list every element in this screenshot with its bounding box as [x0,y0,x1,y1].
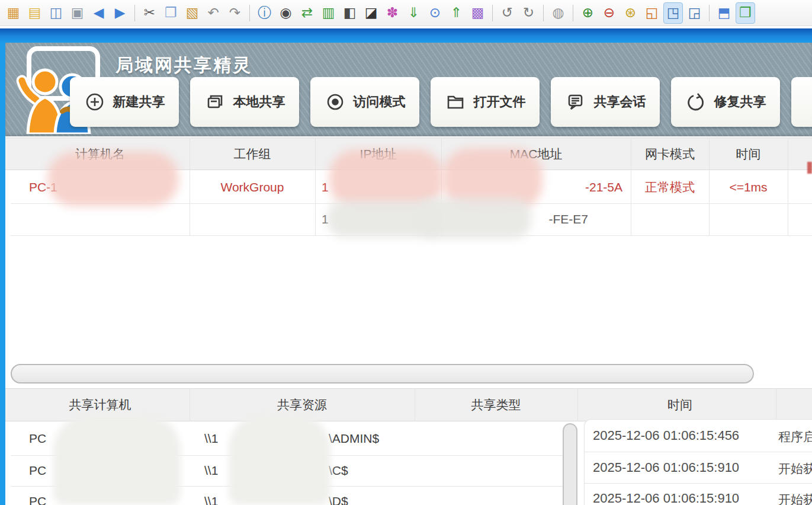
open-file-button[interactable]: 打开文件 [431,77,540,127]
repair-share-button[interactable]: 修复共享 [671,77,780,127]
column-divider [315,138,316,235]
toolbar-separator [573,5,573,21]
redo-icon[interactable]: ↷ [225,2,245,24]
horizontal-scrollbar[interactable] [11,364,754,383]
browser-icon[interactable]: ▦ [4,2,23,24]
zoom-out-icon[interactable]: ⊖ [599,2,619,24]
export-icon[interactable]: ⇓ [404,2,423,24]
info-icon[interactable]: ⓘ [255,2,274,24]
share-path-prefix: \\1 [204,486,218,505]
fit-window-icon[interactable]: ◳ [663,2,683,24]
eye-icon [325,91,346,113]
col-share-type[interactable]: 共享类型 [415,389,577,421]
button-label: 打开文件 [474,93,526,111]
button-label: 共享会话 [594,93,646,111]
col-log-time[interactable]: 时间 [584,389,776,421]
button-label: 修复共享 [714,93,766,111]
col-share-resource[interactable]: 共享资源 [190,389,415,421]
slideshow-icon[interactable]: ❒ [736,2,755,24]
row-divider [11,235,812,236]
share-path-prefix: \\1 [204,455,218,486]
device-ping-time: <=1ms [709,171,788,203]
plus-circle-icon [84,91,105,113]
col-nic-mode[interactable]: 网卡模式 [631,138,709,170]
cut-icon[interactable]: ✂ [140,2,159,24]
app-window-border [0,43,5,505]
col-ip[interactable]: IP地址 [315,138,441,170]
rotate-left-icon[interactable]: ↺ [498,2,517,24]
column-divider [415,388,415,421]
zoom-custom-icon[interactable]: ⊛ [621,2,640,24]
log-message: 开始获 [778,491,812,505]
col-share-computer[interactable]: 共享计算机 [11,389,190,421]
paste-icon[interactable]: ▧ [182,2,202,24]
col-computer-name[interactable]: 计算机名 [11,138,190,170]
save-icon[interactable]: ◫ [46,2,66,24]
log-message: 开始获 [778,461,812,477]
share-path-prefix: \\1 [204,421,218,455]
stack-icon [204,91,226,113]
copy-icon[interactable]: ❐ [161,2,181,24]
local-share-button[interactable]: 本地共享 [190,77,299,127]
log-timestamp: 2025-12-06 01:06:15:910 [593,460,739,475]
share-session-button[interactable]: 共享会话 [551,77,660,127]
row-divider [584,483,812,484]
open-folder-icon[interactable]: ▤ [25,2,44,24]
column-divider [788,138,788,235]
log-message: 程序启 [778,429,812,445]
share-table-header: 共享计算机 共享资源 共享类型 时间 [5,388,812,421]
col-time[interactable]: 时间 [709,138,788,170]
device-mac: -21-5A [441,171,622,203]
share-path-suffix: \ADMIN$ [329,421,379,455]
adjust-icon[interactable]: ◪ [361,2,381,24]
share-path-suffix: \C$ [329,455,348,486]
undo-icon[interactable]: ↶ [204,2,223,24]
app-titlebar[interactable] [0,28,812,43]
share-computer: PC [29,421,46,455]
preview-icon[interactable]: ⊙ [425,2,445,24]
log-timestamp: 2025-12-06 01:06:15:456 [593,428,739,443]
button-label: 本地共享 [233,93,285,111]
palette-icon[interactable]: ✽ [383,2,402,24]
vertical-scrollbar[interactable] [563,423,577,505]
device-table-header: 计算机名 工作组 IP地址 MAC地址 网卡模式 时间 [5,138,812,170]
printer-share-button[interactable] [791,77,812,127]
original-size-icon[interactable]: ◲ [685,2,704,24]
toolbar-separator [492,5,493,21]
row-divider [584,452,812,452]
import-icon[interactable]: ⇑ [447,2,466,24]
toolbar-separator [709,5,710,21]
toolbar-separator [134,5,135,21]
swatches-icon[interactable]: ▩ [468,2,487,24]
device-computer: PC-1 [29,171,57,203]
print-icon[interactable]: ▣ [68,2,87,24]
rotate-right-icon[interactable]: ↻ [519,2,538,24]
share-computer: PC [29,486,46,505]
row-divider [11,203,812,204]
acquire-icon[interactable]: ▥ [319,2,338,24]
zoom-in-icon[interactable]: ⊕ [578,2,598,24]
back-icon[interactable]: ◀ [89,2,108,24]
device-ip: 1 [322,203,329,235]
convert-icon[interactable]: ⇄ [297,2,317,24]
col-workgroup[interactable]: 工作组 [190,138,315,170]
fullscreen-icon[interactable]: ⬒ [714,2,734,24]
page-title: 局域网共享精灵 [115,53,252,78]
new-share-button[interactable]: 新建共享 [70,77,179,127]
shrink-fit-icon[interactable]: ◱ [642,2,662,24]
mouse-tool-icon[interactable]: ◍ [548,2,568,24]
grayscale-icon[interactable]: ◧ [340,2,360,24]
app-header: 局域网共享精灵 新建共享 本地共享 访问模式 打开文件 共享会话 修复共享 [5,43,812,136]
forward-icon[interactable]: ▶ [110,2,130,24]
main-content: 计算机名 工作组 IP地址 MAC地址 网卡模式 时间 PC-1 WorkGro… [5,136,812,505]
device-ip: 1 [322,171,329,203]
exif-icon[interactable]: ◉ [276,2,296,24]
device-nic-mode: 正常模式 [631,171,709,203]
button-label: 新建共享 [113,93,165,111]
row-divider [11,486,563,487]
column-divider [190,388,190,421]
access-mode-button[interactable]: 访问模式 [310,77,419,127]
toolbar-separator [249,5,250,21]
clipped-red-text-fragment [807,162,812,174]
col-mac[interactable]: MAC地址 [441,138,631,170]
